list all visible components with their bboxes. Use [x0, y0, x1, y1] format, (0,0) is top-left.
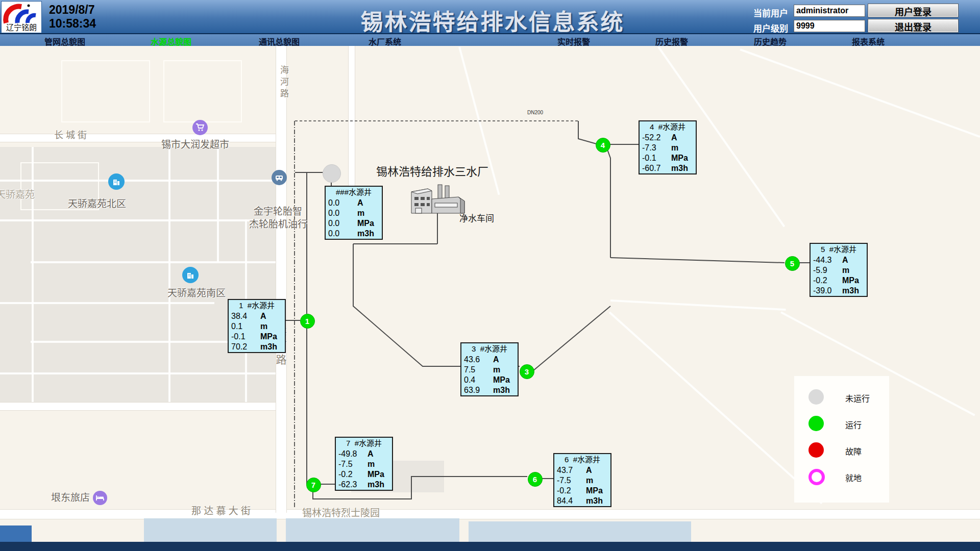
pipe-diameter-label: DN200	[527, 110, 543, 115]
well-title: ###水源井	[326, 187, 382, 198]
well-measure-row: 0.0m	[326, 208, 382, 218]
poi-label: 天骄嘉苑北区	[68, 196, 126, 210]
well-unit: m	[368, 459, 375, 469]
hotel-bed-icon	[93, 491, 107, 505]
legend-row: 未运行	[794, 389, 889, 406]
well-value: 0.0	[328, 229, 339, 239]
well-value: -60.7	[642, 163, 660, 173]
well-value: -7.5	[557, 475, 571, 486]
well-value: 43.6	[464, 355, 480, 365]
well-value: 43.7	[557, 465, 573, 475]
well-status-circle-4[interactable]: 4	[596, 138, 610, 153]
well-unit: A	[493, 355, 499, 365]
user-level-input[interactable]	[794, 20, 865, 32]
well-databox-3: 3 #水源井43.6A7.5m0.4MPa63.9m3h	[460, 342, 519, 396]
well-unit: m	[357, 208, 364, 218]
well-measure-row: 0.0m3h	[326, 229, 382, 239]
time-text: 10:58:34	[49, 17, 96, 31]
well-measure-row: -0.2MPa	[554, 486, 610, 496]
well-measure-row: -0.1MPa	[229, 332, 285, 342]
well-status-circle-idle[interactable]	[323, 164, 341, 183]
well-measure-row: -0.2MPa	[336, 469, 392, 480]
map-canvas[interactable]: 锡林浩特给排水三水厂 净水车间 DN200 未运行运行故障就地 ###水源井0.…	[0, 46, 980, 551]
well-unit: m3h	[671, 163, 688, 173]
current-user-input[interactable]	[794, 5, 865, 17]
well-measure-row: -5.9m	[811, 265, 867, 276]
well-status-circle-5[interactable]: 5	[785, 256, 800, 271]
well-measure-row: -44.3A	[811, 255, 867, 265]
well-measure-row: 63.9m3h	[461, 385, 518, 395]
date-text: 2019/8/7	[49, 3, 96, 17]
well-status-circle-6[interactable]: 6	[528, 472, 543, 487]
poi-label: 天骄嘉苑	[0, 187, 35, 201]
well-status-circle-7[interactable]: 7	[306, 478, 321, 492]
well-databox-template: ###水源井0.0A0.0m0.0MPa0.0m3h	[325, 186, 383, 240]
well-unit: MPa	[842, 276, 859, 286]
login-button[interactable]: 用户登录	[868, 4, 959, 17]
poi-label: 天骄嘉苑南区	[167, 285, 226, 299]
well-value: -0.2	[557, 486, 571, 496]
legend-label: 就地	[845, 471, 862, 484]
well-databox-4: 4 #水源井-52.2A-7.3m-0.1MPa-60.7m3h	[639, 120, 697, 174]
well-measure-row: 7.5m	[461, 365, 518, 375]
well-measure-row: -7.3m	[640, 143, 696, 153]
legend-row: 就地	[794, 469, 889, 485]
well-unit: m	[493, 365, 500, 375]
supermarket-cart-icon	[192, 120, 208, 135]
well-value: 70.2	[231, 342, 247, 352]
logout-button[interactable]: 退出登录	[868, 19, 959, 33]
well-unit: m3h	[493, 385, 510, 395]
current-user-label: 当前用户	[753, 6, 794, 19]
well-value: 0.1	[231, 321, 242, 332]
legend-dot	[808, 389, 824, 405]
well-value: -7.3	[642, 143, 656, 153]
well-title: 1 #水源井	[229, 300, 285, 311]
well-measure-row: 0.4MPa	[461, 375, 518, 385]
well-status-circle-1[interactable]: 1	[300, 314, 315, 329]
well-databox-1: 1 #水源井38.4A0.1m-0.1MPa70.2m3h	[228, 299, 286, 353]
street-label: 长 城 街	[54, 128, 87, 141]
workshop-label: 净水车间	[459, 211, 494, 224]
well-unit: A	[260, 311, 266, 321]
well-status-circle-3[interactable]: 3	[520, 364, 534, 379]
well-measure-row: -39.0m3h	[811, 286, 867, 296]
datetime: 2019/8/7 10:58:34	[49, 3, 96, 31]
well-unit: A	[357, 198, 363, 208]
well-measure-row: 43.6A	[461, 355, 518, 365]
well-measure-row: 84.4m3h	[554, 496, 610, 506]
street-label: 锡林浩特烈士陵园	[302, 505, 380, 519]
well-value: -0.2	[813, 276, 827, 286]
well-value: -0.1	[642, 153, 656, 163]
app-window: 辽宁铭朗 2019/8/7 10:58:34 锡林浩特给排水信息系统 当前用户 …	[0, 0, 980, 551]
well-measure-row: 38.4A	[229, 311, 285, 321]
factory-icon	[407, 184, 469, 215]
well-unit: A	[368, 449, 374, 459]
well-measure-row: 70.2m3h	[229, 342, 285, 352]
well-value: -39.0	[813, 286, 831, 296]
well-measure-row: -52.2A	[640, 133, 696, 143]
well-value: -5.9	[813, 265, 827, 276]
well-value: 63.9	[464, 385, 480, 395]
building-icon	[182, 267, 199, 283]
well-unit: A	[586, 465, 592, 475]
well-value: -0.2	[338, 469, 353, 480]
well-databox-5: 5 #水源井-44.3A-5.9m-0.2MPa-39.0m3h	[810, 243, 868, 297]
nav-bar: 管网总貌图水源总貌图通讯总貌图水厂系统实时报警历史报警历史趋势报表系统	[0, 34, 980, 47]
well-value: -0.1	[231, 332, 246, 342]
company-logo: 辽宁铭朗	[1, 1, 42, 33]
well-measure-row: -0.2MPa	[811, 276, 867, 286]
user-level-label: 用户级别	[753, 21, 794, 34]
legend-label: 未运行	[845, 392, 870, 404]
street-label: 那 达 慕 大 街	[191, 503, 251, 517]
well-value: 0.4	[464, 375, 475, 385]
well-unit: m	[842, 265, 849, 276]
well-unit: MPa	[493, 375, 510, 385]
well-unit: m3h	[357, 229, 374, 239]
well-unit: MPa	[586, 486, 603, 496]
legend-ring	[808, 469, 825, 485]
logo-icon	[2, 2, 41, 24]
legend-dot	[808, 416, 824, 431]
well-value: 0.0	[328, 198, 339, 208]
well-value: -52.2	[642, 133, 660, 143]
building-icon	[108, 173, 125, 190]
